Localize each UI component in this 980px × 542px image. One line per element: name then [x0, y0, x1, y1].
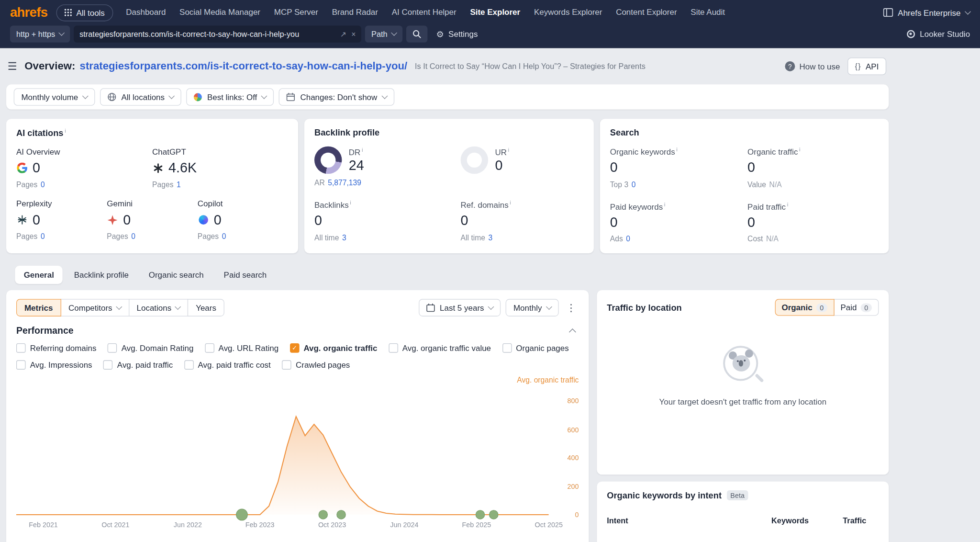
- volume-mode-dropdown[interactable]: Monthly volume: [14, 88, 95, 106]
- chevron-down-icon: [965, 8, 971, 14]
- traffic-by-location-title: Traffic by location: [607, 303, 681, 313]
- all-tools-button[interactable]: All tools: [56, 4, 113, 21]
- paid-toggle-button[interactable]: Paid 0: [834, 299, 879, 316]
- metric-checkbox-avg-url-rating[interactable]: Avg. URL Rating: [205, 343, 278, 353]
- backlinks-all-time-value[interactable]: 3: [342, 233, 346, 242]
- pages-count-link[interactable]: 0: [41, 180, 45, 189]
- google-update-marker[interactable]: [490, 510, 498, 519]
- years-label: Years: [196, 303, 216, 313]
- tab-paid-search[interactable]: Paid search: [215, 266, 275, 284]
- pages-count-link[interactable]: 0: [222, 232, 226, 240]
- collapse-section-icon[interactable]: [569, 328, 576, 336]
- checkbox-label: Avg. paid traffic: [117, 360, 173, 370]
- best-links-label: Best links: Off: [207, 92, 257, 102]
- organic-toggle-button[interactable]: Organic 0: [775, 299, 834, 316]
- tab-general[interactable]: General: [15, 266, 63, 284]
- metric-cell-paid-traffic: Paid traffici0CostN/A: [747, 201, 879, 243]
- looker-studio-link[interactable]: Looker Studio: [907, 29, 970, 39]
- nav-item-social-media-manager[interactable]: Social Media Manager: [173, 0, 267, 25]
- nav-item-brand-radar[interactable]: Brand Radar: [325, 0, 385, 25]
- more-options-button[interactable]: ⋮: [564, 302, 579, 314]
- nav-item-content-explorer[interactable]: Content Explorer: [609, 0, 684, 25]
- x-axis-label: Jun 2024: [390, 521, 418, 529]
- domain-rating-cell: DRi 24 AR5,877,139: [314, 147, 461, 187]
- how-to-use-link[interactable]: ? How to use: [785, 61, 840, 71]
- competitors-dropdown[interactable]: Competitors: [60, 299, 129, 316]
- metric-checkbox-avg-paid-traffic[interactable]: Avg. paid traffic: [103, 360, 173, 370]
- tab-backlink-profile[interactable]: Backlink profile: [65, 266, 137, 284]
- gear-icon: ⚙: [436, 29, 444, 39]
- google-update-marker[interactable]: [236, 509, 248, 520]
- menu-icon[interactable]: ☰: [8, 60, 17, 73]
- metric-checkbox-crawled-pages[interactable]: Crawled pages: [282, 360, 350, 370]
- granularity-dropdown[interactable]: Monthly: [506, 299, 558, 316]
- series-label: Avg. organic traffic: [517, 376, 579, 384]
- account-menu[interactable]: Ahrefs Enterprise: [883, 8, 970, 17]
- nav-item-dashboard[interactable]: Dashboard: [119, 0, 173, 25]
- clear-input-icon[interactable]: ×: [351, 30, 356, 38]
- metrics-button[interactable]: Metrics: [16, 299, 61, 316]
- nav-item-ai-content-helper[interactable]: AI Content Helper: [385, 0, 463, 25]
- ai-citation-item-gemini: Gemini0Pages0: [107, 199, 197, 241]
- google-update-marker[interactable]: [319, 510, 327, 519]
- metric-checkbox-avg-organic-traffic-value[interactable]: Avg. organic traffic value: [389, 343, 491, 353]
- backlink-profile-title: Backlink profile: [314, 127, 584, 137]
- y-axis-label: 0: [553, 511, 579, 519]
- chart-range-tools: Last 5 years Monthly ⋮: [419, 299, 579, 316]
- locations-filter-dropdown[interactable]: All locations: [100, 88, 181, 106]
- nav-item-keywords-explorer[interactable]: Keywords Explorer: [527, 0, 609, 25]
- years-button[interactable]: Years: [188, 299, 224, 316]
- granularity-label: Monthly: [513, 303, 542, 313]
- api-button[interactable]: {} API: [847, 57, 886, 75]
- metric-checkbox-avg-domain-rating[interactable]: Avg. Domain Rating: [108, 343, 193, 353]
- ar-value[interactable]: 5,877,139: [328, 178, 361, 187]
- open-external-icon[interactable]: ↗: [340, 30, 346, 38]
- checkbox-icon: [108, 343, 117, 353]
- nav-item-site-explorer[interactable]: Site Explorer: [463, 0, 527, 25]
- metric-checkbox-avg-organic-traffic[interactable]: ✓Avg. organic traffic: [290, 343, 378, 353]
- x-axis-label: Feb 2021: [29, 521, 58, 529]
- date-range-dropdown[interactable]: Last 5 years: [419, 299, 501, 316]
- chart-plot-area[interactable]: [16, 390, 549, 529]
- ai-source-name: AI Overview: [16, 147, 152, 156]
- pages-count-link[interactable]: 1: [177, 180, 181, 189]
- metric-checkbox-avg-paid-traffic-cost[interactable]: Avg. paid traffic cost: [184, 360, 271, 370]
- mode-dropdown[interactable]: Path: [365, 26, 402, 43]
- google-update-marker[interactable]: [476, 510, 484, 519]
- checkbox-label: Crawled pages: [296, 360, 350, 370]
- x-axis-label: Oct 2023: [318, 521, 346, 529]
- ahrefs-logo[interactable]: ahrefs: [10, 5, 47, 20]
- checkbox-label: Avg. organic traffic value: [402, 343, 491, 353]
- pages-count-link[interactable]: 0: [131, 232, 135, 240]
- metric-checkbox-referring-domains[interactable]: Referring domains: [16, 343, 96, 353]
- info-icon: i: [508, 147, 510, 153]
- chevron-down-icon: [391, 30, 397, 36]
- google-update-marker[interactable]: [337, 510, 345, 519]
- search-metrics-grid: Organic keywordsi0Top 30Organic traffici…: [610, 147, 879, 244]
- locations-dropdown[interactable]: Locations: [129, 299, 189, 316]
- all-time-label: All time: [461, 233, 485, 242]
- top-3-value[interactable]: 0: [632, 180, 636, 189]
- backlink-profile-panel: Backlink profile DRi 24 AR5,877,139: [304, 119, 594, 253]
- nav-item-site-audit[interactable]: Site Audit: [684, 0, 732, 25]
- gemini-icon: [107, 215, 118, 225]
- settings-button[interactable]: ⚙ Settings: [436, 29, 478, 39]
- metric-checkbox-avg-impressions[interactable]: Avg. Impressions: [16, 360, 92, 370]
- best-links-dropdown[interactable]: Best links: Off: [187, 88, 274, 106]
- changes-dropdown[interactable]: Changes: Don't show: [279, 88, 394, 106]
- protocol-dropdown[interactable]: http + https: [10, 26, 70, 43]
- target-url-input[interactable]: strategiesforparents.com/is-it-correct-t…: [74, 26, 361, 43]
- search-button[interactable]: [406, 26, 427, 43]
- tab-organic-search[interactable]: Organic search: [140, 266, 212, 284]
- info-icon: i: [362, 147, 363, 153]
- target-url-value: strategiesforparents.com/is-it-correct-t…: [79, 30, 335, 38]
- ref-domains-all-time-value[interactable]: 3: [489, 233, 493, 242]
- target-url-link[interactable]: strategiesforparents.com/is-it-correct-t…: [80, 60, 408, 72]
- metric-checkbox-organic-pages[interactable]: Organic pages: [502, 343, 569, 353]
- chevron-down-icon: [82, 92, 89, 99]
- pages-count-link[interactable]: 0: [41, 232, 45, 240]
- nav-item-mcp-server[interactable]: MCP Server: [267, 0, 325, 25]
- checkbox-icon: ✓: [290, 343, 300, 353]
- metric-checkbox-row-1: Referring domainsAvg. Domain RatingAvg. …: [16, 343, 579, 353]
- ads-value[interactable]: 0: [626, 235, 630, 243]
